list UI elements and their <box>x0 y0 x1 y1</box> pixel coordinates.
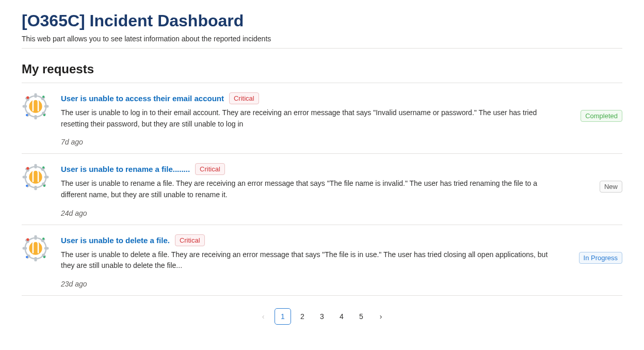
svg-rect-30 <box>34 257 37 261</box>
page-number-button[interactable]: 2 <box>294 308 311 325</box>
incident-row: User is unable to access their email acc… <box>22 83 622 153</box>
severity-badge: Critical <box>229 92 259 104</box>
svg-point-40 <box>26 256 28 258</box>
gear-wrench-icon <box>22 92 50 120</box>
incident-time: 23d ago <box>61 280 555 288</box>
svg-point-9 <box>29 100 42 113</box>
svg-point-41 <box>43 256 45 258</box>
incident-title-link[interactable]: User is unable to rename a file........ <box>61 165 190 173</box>
status-badge: New <box>600 181 622 193</box>
incident-row: User is unable to delete a file.Critical… <box>22 225 622 296</box>
incident-status-col: Completed <box>560 92 622 122</box>
page-subtitle: This web part allows you to see latest i… <box>22 35 622 43</box>
svg-point-23 <box>29 171 42 184</box>
svg-point-12 <box>26 114 28 116</box>
incident-list: User is unable to access their email acc… <box>22 83 622 296</box>
incident-content: User is unable to delete a file.Critical… <box>53 234 560 288</box>
svg-rect-1 <box>34 93 37 98</box>
page-next-button[interactable]: › <box>373 308 389 325</box>
status-badge: In Progress <box>579 252 622 264</box>
svg-point-26 <box>26 185 28 187</box>
chevron-left-icon: ‹ <box>262 312 265 321</box>
severity-badge: Critical <box>195 163 225 175</box>
gear-wrench-icon <box>22 163 50 191</box>
incident-status-col: New <box>560 163 622 193</box>
incident-description: The user is unable to log in to their em… <box>61 107 555 130</box>
svg-rect-18 <box>44 176 49 179</box>
svg-rect-17 <box>23 176 27 179</box>
section-title: My requests <box>22 62 622 76</box>
incident-title-link[interactable]: User is unable to delete a file. <box>61 236 170 245</box>
svg-point-24 <box>26 167 29 170</box>
svg-rect-32 <box>44 247 49 249</box>
svg-point-27 <box>43 185 45 187</box>
svg-point-37 <box>29 242 42 254</box>
page-number-button[interactable]: 3 <box>314 308 330 325</box>
incident-title-link[interactable]: User is unable to access their email acc… <box>61 94 224 103</box>
incident-row: User is unable to rename a file........C… <box>22 153 622 224</box>
incident-icon-col <box>22 234 53 262</box>
incident-time: 24d ago <box>61 209 555 217</box>
severity-badge: Critical <box>175 234 205 246</box>
svg-point-39 <box>42 237 44 240</box>
pagination: ‹ 12345 › <box>22 308 622 325</box>
page-number-button[interactable]: 1 <box>275 308 291 325</box>
svg-point-13 <box>43 114 45 116</box>
page-number-button[interactable]: 4 <box>333 308 350 325</box>
svg-rect-3 <box>23 105 27 107</box>
svg-rect-15 <box>34 164 37 168</box>
svg-rect-16 <box>34 186 37 190</box>
svg-rect-4 <box>44 105 49 107</box>
svg-point-10 <box>26 97 29 99</box>
incident-description: The user is unable to delete a file. The… <box>61 249 555 272</box>
svg-point-25 <box>42 167 44 169</box>
svg-rect-2 <box>34 115 37 119</box>
svg-point-11 <box>42 96 44 98</box>
incident-content: User is unable to access their email acc… <box>53 92 560 146</box>
gear-wrench-icon <box>22 234 50 262</box>
status-badge: Completed <box>581 110 622 122</box>
incident-description: The user is unable to rename a file. The… <box>61 178 555 200</box>
divider <box>22 48 622 49</box>
incident-status-col: In Progress <box>560 234 622 264</box>
incident-content: User is unable to rename a file........C… <box>53 163 560 217</box>
svg-rect-29 <box>34 235 37 239</box>
chevron-right-icon: › <box>380 312 382 321</box>
page-title: [O365C] Incident Dashboard <box>22 11 622 30</box>
page-prev-button[interactable]: ‹ <box>255 308 271 325</box>
incident-time: 7d ago <box>61 138 555 146</box>
svg-rect-31 <box>23 247 27 249</box>
incident-icon-col <box>22 92 53 120</box>
svg-point-38 <box>26 238 29 241</box>
page-number-button[interactable]: 5 <box>353 308 369 325</box>
incident-icon-col <box>22 163 53 191</box>
